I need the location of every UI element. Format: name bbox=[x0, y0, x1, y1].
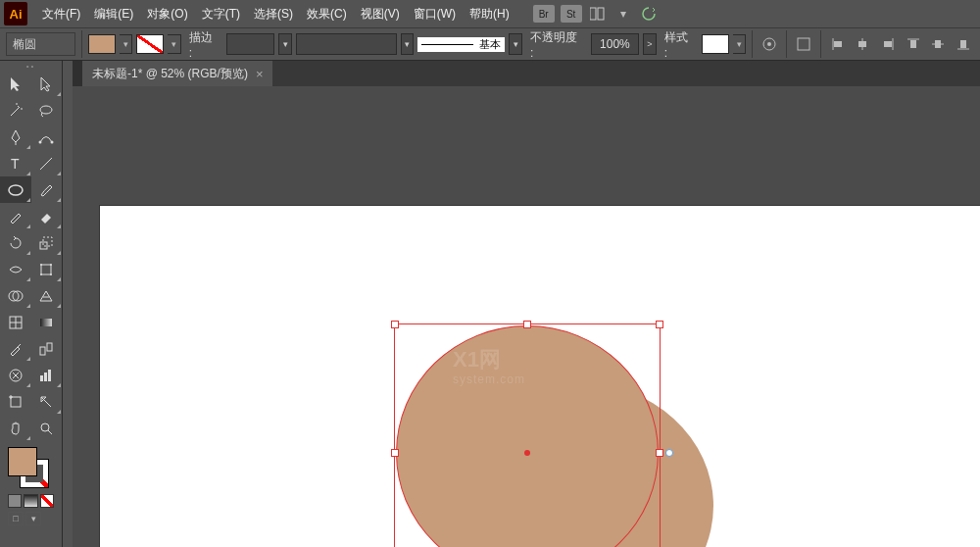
align-center-h-icon[interactable] bbox=[853, 33, 874, 55]
svg-point-3 bbox=[767, 42, 771, 46]
perspective-tool[interactable] bbox=[31, 282, 63, 309]
artboard-tool[interactable] bbox=[0, 388, 31, 415]
pencil-tool[interactable] bbox=[0, 203, 31, 229]
fill-stroke-block[interactable] bbox=[0, 441, 62, 494]
line-tool[interactable] bbox=[31, 150, 63, 176]
menu-object[interactable]: 对象(O) bbox=[140, 6, 194, 23]
arrange-docs-icon[interactable] bbox=[588, 5, 608, 23]
menu-file[interactable]: 文件(F) bbox=[35, 6, 87, 23]
menu-help[interactable]: 帮助(H) bbox=[463, 6, 516, 23]
canvas[interactable]: X1网 system.com bbox=[73, 86, 980, 547]
opacity-field[interactable]: 100% bbox=[591, 33, 639, 55]
style-swatch[interactable] bbox=[702, 34, 729, 54]
paintbrush-tool[interactable] bbox=[31, 176, 63, 203]
brush-dropdown[interactable]: ▾ bbox=[509, 33, 522, 55]
chevron-down-icon[interactable]: ▾ bbox=[613, 5, 633, 23]
align-top-icon[interactable] bbox=[903, 33, 924, 55]
document-tab[interactable]: 未标题-1* @ 52% (RGB/预览) × bbox=[82, 61, 272, 86]
panel-grip[interactable]: •• bbox=[0, 61, 62, 71]
color-mode-gradient[interactable] bbox=[24, 494, 37, 508]
bridge-badge[interactable]: Br bbox=[533, 5, 555, 23]
fill-swatch[interactable] bbox=[88, 34, 116, 54]
shape-builder-tool[interactable] bbox=[0, 282, 31, 309]
eraser-tool[interactable] bbox=[31, 203, 63, 229]
color-mode-none[interactable] bbox=[40, 494, 54, 508]
menu-view[interactable]: 视图(V) bbox=[354, 6, 407, 23]
align-center-v-icon[interactable] bbox=[928, 33, 950, 55]
stroke-dropdown[interactable]: ▾ bbox=[168, 34, 181, 54]
curvature-tool[interactable] bbox=[31, 124, 63, 150]
svg-rect-12 bbox=[910, 40, 916, 48]
stock-badge[interactable]: St bbox=[561, 5, 582, 23]
menu-type[interactable]: 文字(T) bbox=[195, 6, 247, 23]
svg-point-17 bbox=[40, 106, 52, 114]
lasso-tool[interactable] bbox=[31, 97, 63, 124]
svg-rect-35 bbox=[40, 319, 52, 326]
fill-dropdown[interactable]: ▾ bbox=[120, 34, 133, 54]
resize-handle-tm[interactable] bbox=[523, 321, 531, 328]
symbol-tool[interactable] bbox=[0, 362, 31, 388]
menu-effect[interactable]: 效果(C) bbox=[300, 6, 354, 23]
scale-tool[interactable] bbox=[31, 229, 63, 256]
mesh-tool[interactable] bbox=[0, 309, 31, 335]
menu-edit[interactable]: 编辑(E) bbox=[87, 6, 140, 23]
direct-selection-tool[interactable] bbox=[31, 71, 63, 97]
blend-tool[interactable] bbox=[31, 335, 63, 362]
resize-handle-tl[interactable] bbox=[391, 321, 399, 328]
svg-rect-4 bbox=[798, 38, 809, 50]
svg-rect-10 bbox=[884, 41, 892, 47]
gradient-tool[interactable] bbox=[31, 309, 63, 335]
svg-point-26 bbox=[40, 264, 42, 266]
menu-select[interactable]: 选择(S) bbox=[247, 6, 300, 23]
resize-handle-mr[interactable] bbox=[656, 449, 663, 457]
selection-center-icon bbox=[524, 450, 530, 456]
slice-tool[interactable] bbox=[31, 388, 63, 415]
svg-point-29 bbox=[50, 274, 52, 275]
tools-panel: •• T bbox=[0, 61, 63, 547]
align-bottom-icon[interactable] bbox=[953, 33, 974, 55]
svg-rect-6 bbox=[834, 41, 842, 47]
selection-tool[interactable] bbox=[0, 71, 31, 97]
ellipse-tool[interactable] bbox=[0, 176, 31, 203]
stroke-profile-dropdown[interactable]: ▾ bbox=[401, 33, 415, 55]
type-tool[interactable]: T bbox=[0, 150, 31, 176]
magic-wand-tool[interactable] bbox=[0, 97, 31, 124]
screen-mode-dropdown[interactable]: ▾ bbox=[25, 512, 41, 525]
document-tabs: 未标题-1* @ 52% (RGB/预览) × bbox=[73, 61, 980, 86]
selection-bounding-box[interactable] bbox=[394, 323, 661, 547]
graph-tool[interactable] bbox=[31, 362, 63, 388]
recolor-icon[interactable] bbox=[759, 33, 780, 55]
doc-setup-icon[interactable] bbox=[793, 33, 814, 55]
stroke-profile-field[interactable] bbox=[296, 33, 396, 55]
width-tool[interactable] bbox=[0, 256, 31, 282]
close-icon[interactable]: × bbox=[256, 67, 264, 81]
pie-handle[interactable] bbox=[665, 449, 673, 457]
svg-rect-25 bbox=[41, 265, 51, 274]
align-left-icon[interactable] bbox=[827, 33, 849, 55]
style-dropdown[interactable]: ▾ bbox=[733, 34, 747, 54]
svg-point-27 bbox=[50, 264, 52, 266]
screen-mode-normal[interactable]: □ bbox=[8, 512, 24, 525]
zoom-tool[interactable] bbox=[31, 415, 63, 441]
fill-big-swatch[interactable] bbox=[8, 447, 37, 476]
eyedropper-tool[interactable] bbox=[0, 335, 31, 362]
opacity-dropdown[interactable]: > bbox=[643, 33, 657, 55]
free-transform-tool[interactable] bbox=[31, 256, 63, 282]
menu-window[interactable]: 窗口(W) bbox=[407, 6, 463, 23]
rotate-tool[interactable] bbox=[0, 229, 31, 256]
pen-tool[interactable] bbox=[0, 124, 31, 150]
svg-point-18 bbox=[39, 140, 42, 143]
resize-handle-tr[interactable] bbox=[656, 321, 663, 328]
resize-handle-ml[interactable] bbox=[391, 449, 399, 457]
hand-tool[interactable] bbox=[0, 415, 31, 441]
artboard[interactable]: X1网 system.com bbox=[100, 206, 980, 547]
svg-rect-0 bbox=[590, 8, 596, 20]
stroke-weight-field[interactable] bbox=[226, 33, 274, 55]
align-right-icon[interactable] bbox=[877, 33, 899, 55]
stroke-weight-dropdown[interactable]: ▾ bbox=[278, 33, 292, 55]
stroke-swatch[interactable] bbox=[136, 34, 164, 54]
sync-settings-icon[interactable] bbox=[639, 5, 659, 23]
color-mode-solid[interactable] bbox=[8, 494, 22, 508]
brush-field[interactable]: 基本 bbox=[417, 37, 505, 52]
svg-rect-8 bbox=[858, 41, 866, 47]
